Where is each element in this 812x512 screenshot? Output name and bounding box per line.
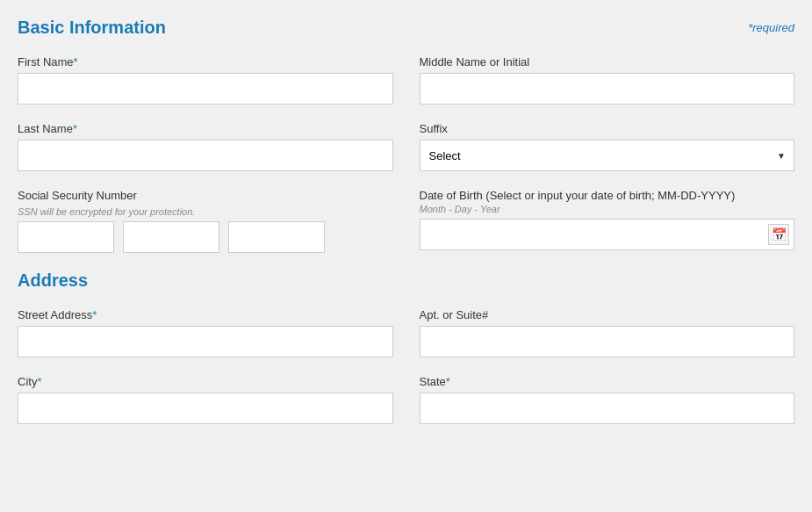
first-name-label: First Name* [18,55,393,69]
middle-name-label: Middle Name or Initial [420,55,795,69]
street-required: * [92,308,97,321]
first-name-required: * [74,55,78,69]
row-name-2: Last Name* Suffix Select Jr. Sr. II III … [18,122,794,171]
row-street: Street Address* Apt. or Suite# [18,308,794,357]
suffix-select[interactable]: Select Jr. Sr. II III IV [420,140,795,171]
suffix-group: Suffix Select Jr. Sr. II III IV [420,122,795,171]
apt-suite-group: Apt. or Suite# [420,308,795,357]
city-required: * [37,375,41,388]
row-name-1: First Name* Middle Name or Initial [18,55,794,105]
middle-name-group: Middle Name or Initial [420,55,795,105]
street-address-group: Street Address* [18,308,393,357]
ssn-label: Social Security Number [18,189,393,202]
address-title: Address [18,270,88,291]
city-input[interactable] [18,393,393,424]
ssn-inputs-container [18,221,393,253]
calendar-icon[interactable]: 📅 [768,224,789,245]
basic-info-title: Basic Information [18,18,166,38]
state-label: State* [420,375,795,388]
dob-sublabel: Month - Day - Year [420,204,795,214]
last-name-group: Last Name* [18,122,393,171]
city-group: City* [18,375,393,424]
apt-suite-input[interactable] [420,326,795,357]
ssn-part3-input[interactable] [228,221,325,253]
state-group: State* [420,375,795,424]
ssn-helper-text: SSN will be encrypted for your protectio… [18,206,393,217]
basic-info-header: Basic Information *required [18,18,794,38]
last-name-required: * [73,122,77,135]
ssn-part1-input[interactable] [18,221,114,253]
first-name-group: First Name* [18,55,393,105]
ssn-group: Social Security Number SSN will be encry… [18,189,393,253]
row-city-state: City* State* [18,375,794,424]
last-name-input[interactable] [18,140,393,171]
address-header: Address [18,270,794,291]
ssn-part2-input[interactable] [123,221,219,253]
last-name-label: Last Name* [18,122,393,135]
row-ssn-dob: Social Security Number SSN will be encry… [18,189,794,253]
form-container: Basic Information *required First Name* … [18,18,794,424]
apt-suite-label: Apt. or Suite# [420,308,795,321]
suffix-select-wrapper: Select Jr. Sr. II III IV [420,140,795,171]
state-required: * [446,375,450,388]
city-label: City* [18,375,393,388]
middle-name-input[interactable] [420,73,795,105]
state-input[interactable] [420,393,795,424]
address-section: Address Street Address* Apt. or Suite# C… [18,270,794,424]
required-note: *required [748,21,794,34]
dob-label: Date of Birth (Select or input your date… [420,189,795,202]
dob-group: Date of Birth (Select or input your date… [420,189,795,253]
street-address-label: Street Address* [18,308,393,321]
dob-input-wrapper: 📅 [420,219,795,250]
dob-input[interactable] [420,219,795,250]
street-address-input[interactable] [18,326,393,357]
first-name-input[interactable] [18,73,393,105]
suffix-label: Suffix [420,122,795,135]
